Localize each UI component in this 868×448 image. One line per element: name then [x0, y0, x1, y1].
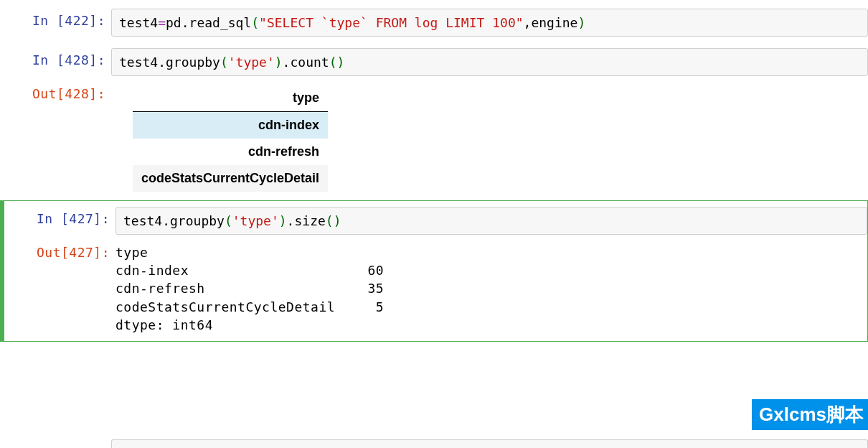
index-label: cdn-index [133, 112, 328, 139]
table-row: cdn-refresh [133, 139, 328, 165]
code-input[interactable]: test4.groupby('type').count() [111, 48, 868, 76]
watermark-badge: Gxlcms脚本 [752, 399, 868, 430]
dataframe-table: type cdn-index cdn-refresh codeStatsCurr… [133, 85, 328, 192]
code-input[interactable]: test4=pd.read_sql("SELECT `type` FROM lo… [111, 9, 868, 37]
output-cell-427: Out[427]: type cdn-index 60 cdn-refresh … [4, 238, 867, 338]
input-prompt: In [427]: [4, 205, 115, 226]
index-label: cdn-refresh [133, 139, 328, 165]
index-label: codeStatsCurrentCycleDetail [133, 165, 328, 192]
code-cell-422: In [422]: test4=pd.read_sql("SELECT `typ… [0, 6, 868, 39]
text-output: type cdn-index 60 cdn-refresh 35 codeSta… [115, 243, 867, 334]
code-input[interactable]: test4.groupby('type').size() [115, 207, 867, 235]
selected-cell[interactable]: In [427]: test4.groupby('type').size() O… [0, 200, 868, 342]
table-row: codeStatsCurrentCycleDetail [133, 165, 328, 192]
output-area: type cdn-index 60 cdn-refresh 35 codeSta… [115, 239, 867, 337]
output-prompt: Out[427]: [4, 239, 115, 260]
input-prompt: In [428]: [0, 47, 111, 67]
code-cell-428: In [428]: test4.groupby('type').count() [0, 45, 868, 79]
output-cell-428: Out[428]: type cdn-index cdn-refresh cod… [0, 79, 868, 196]
table-row: cdn-index [133, 112, 328, 139]
next-cell-edge[interactable] [111, 439, 868, 448]
output-prompt: Out[428]: [0, 80, 111, 101]
column-header: type [133, 85, 328, 112]
input-prompt: In [422]: [0, 7, 111, 28]
output-area: type cdn-index cdn-refresh codeStatsCurr… [111, 80, 868, 195]
table-header-row: type [133, 85, 328, 112]
code-cell-427: In [427]: test4.groupby('type').size() [4, 204, 867, 238]
